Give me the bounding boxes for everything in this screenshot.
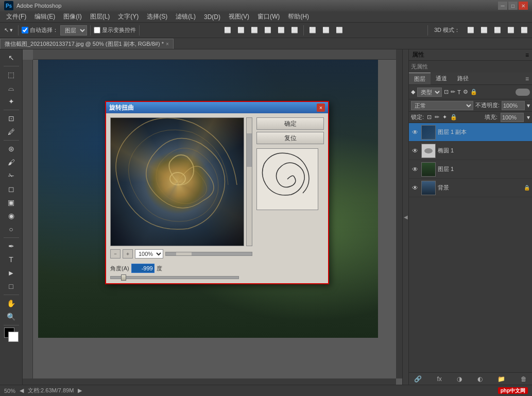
twirl-close-button[interactable]: × — [317, 104, 325, 112]
menu-image[interactable]: 图像(I) — [59, 11, 85, 22]
opacity-input[interactable] — [502, 101, 525, 110]
angle-slider-track[interactable] — [110, 276, 239, 279]
canvas-scrollbar-vertical[interactable] — [396, 49, 402, 378]
auto-select-checkbox[interactable] — [22, 27, 28, 33]
blend-mode-select[interactable]: 正常 溶解 正片叠底 — [411, 101, 473, 110]
align-middle[interactable]: ⬜ — [276, 25, 287, 36]
menu-text[interactable]: 文字(Y) — [114, 11, 143, 22]
marquee-tool[interactable]: ⬚ — [4, 68, 19, 81]
zoom-tool[interactable]: 🔍 — [4, 311, 19, 323]
distribute-right[interactable]: ⬜ — [334, 25, 345, 36]
3d-icon-2[interactable]: ⬜ — [478, 26, 490, 35]
eraser-tool[interactable]: ◻ — [4, 183, 19, 195]
3d-icon-4[interactable]: ⬜ — [505, 26, 517, 35]
menu-filter[interactable]: 滤镜(L) — [171, 11, 200, 22]
color-swatch[interactable] — [4, 328, 19, 342]
layer-adjustment-button[interactable]: ◐ — [475, 374, 485, 384]
app-close-button[interactable]: ✕ — [519, 2, 528, 10]
auto-select-dropdown[interactable]: 图层 — [60, 25, 87, 36]
preview-zoom-select[interactable]: 100% 50% 200% — [135, 249, 163, 259]
align-left[interactable]: ⬜ — [222, 25, 233, 36]
tool-arrow[interactable]: ↖ ▾ — [2, 26, 15, 35]
3d-icon-5[interactable]: ⬜ — [519, 26, 530, 35]
menu-select[interactable]: 选择(S) — [143, 11, 171, 22]
layer-item-layer1[interactable]: 👁 图层 1 — [409, 160, 532, 179]
hand-tool[interactable]: ✋ — [4, 297, 19, 309]
filter-icon-1[interactable]: ⊡ — [444, 89, 449, 95]
layer-mask-button[interactable]: ◑ — [455, 374, 464, 384]
lock-check-icon[interactable]: ⊡ — [427, 114, 432, 120]
align-right[interactable]: ⬜ — [249, 25, 260, 36]
dodge-tool[interactable]: ○ — [4, 223, 19, 235]
align-center[interactable]: ⬜ — [235, 25, 247, 36]
menu-layer[interactable]: 图层(L) — [86, 11, 114, 22]
magic-wand-tool[interactable]: ✦ — [4, 95, 19, 108]
3d-icon-3[interactable]: ⬜ — [492, 26, 503, 35]
filter-icon-4[interactable]: ⚙ — [463, 89, 468, 95]
preview-scrollbar-vertical[interactable] — [246, 117, 252, 246]
angle-slider-thumb[interactable] — [121, 274, 126, 281]
text-tool[interactable]: T — [4, 253, 19, 266]
distribute-left[interactable]: ⬜ — [307, 25, 318, 36]
menu-edit[interactable]: 编辑(E) — [30, 11, 59, 22]
filter-icon-3[interactable]: T — [457, 89, 461, 95]
move-tool[interactable]: ↖ — [4, 51, 19, 64]
layer-type-filter[interactable]: 类型 名称 — [417, 88, 442, 97]
panel-toggle[interactable]: ◀ — [402, 49, 408, 385]
layer-item-copy[interactable]: 👁 图层 1 副本 — [409, 123, 532, 142]
twirl-ok-button[interactable]: 确定 — [256, 117, 324, 130]
filter-icon-2[interactable]: ✏ — [451, 89, 455, 95]
layer-eye-ellipse[interactable]: 👁 — [411, 147, 419, 155]
status-arrow-left[interactable]: ◀ — [20, 387, 24, 394]
healing-brush[interactable]: ⊛ — [4, 143, 19, 155]
layer-item-bg[interactable]: 👁 背景 🔒 — [409, 179, 532, 197]
layer-group-button[interactable]: 📁 — [495, 374, 507, 384]
maximize-button[interactable]: □ — [508, 2, 518, 10]
layer-delete-button[interactable]: 🗑 — [519, 374, 529, 384]
align-bottom[interactable]: ⬜ — [289, 25, 300, 36]
background-color[interactable] — [8, 332, 19, 342]
brush-tool[interactable]: 🖌 — [4, 156, 19, 168]
fill-dropdown[interactable]: ▾ — [527, 114, 530, 121]
twirl-reset-button[interactable]: 复位 — [256, 132, 324, 144]
menu-window[interactable]: 窗口(W) — [253, 11, 284, 22]
preview-scrollbar-horizontal[interactable] — [165, 252, 252, 256]
filter-toggle[interactable] — [516, 89, 530, 96]
layer-eye-copy[interactable]: 👁 — [411, 128, 419, 136]
tab-layers[interactable]: 图层 — [409, 73, 431, 84]
distribute-center[interactable]: ⬜ — [320, 25, 332, 36]
layer-fx-button[interactable]: fx — [435, 374, 444, 384]
tab-paths[interactable]: 路径 — [452, 73, 474, 84]
fill-input[interactable] — [501, 113, 524, 122]
show-transform-checkbox[interactable] — [94, 27, 100, 33]
menu-3d[interactable]: 3D(D) — [200, 12, 225, 22]
eyedropper-tool[interactable]: 🖉 — [4, 126, 19, 138]
zoom-out-button[interactable]: － — [110, 249, 121, 259]
pen-tool[interactable]: ✒ — [4, 240, 19, 252]
tab-close-button[interactable]: × — [166, 41, 169, 47]
menu-file[interactable]: 文件(F) — [2, 11, 30, 22]
menu-view[interactable]: 视图(V) — [225, 11, 253, 22]
opacity-dropdown[interactable]: ▾ — [527, 102, 530, 109]
lock-all-icon[interactable]: 🔒 — [450, 114, 457, 120]
angle-input[interactable] — [131, 264, 155, 273]
tab-channels[interactable]: 通道 — [431, 73, 452, 84]
scrollbar-thumb-v[interactable] — [247, 133, 252, 167]
gradient-tool[interactable]: ▣ — [4, 196, 19, 209]
crop-tool[interactable]: ⊡ — [4, 112, 19, 125]
clone-tool[interactable]: ✁ — [4, 169, 19, 182]
minimize-button[interactable]: ─ — [498, 2, 507, 10]
shape-tool[interactable]: □ — [4, 280, 19, 292]
properties-menu-icon[interactable]: ≡ — [525, 51, 529, 59]
lock-brush-icon[interactable]: ✏ — [435, 114, 439, 120]
filter-icon-5[interactable]: 🔒 — [470, 89, 477, 95]
layers-panel-menu[interactable]: ≡ — [522, 75, 532, 82]
layer-item-ellipse[interactable]: 👁 椭圆 1 — [409, 142, 532, 160]
path-select[interactable]: ► — [4, 267, 19, 279]
canvas-scrollbar-horizontal[interactable] — [23, 378, 396, 385]
layer-link-button[interactable]: 🔗 — [412, 374, 424, 384]
document-tab[interactable]: 微信截图_20210820133717.jpg @ 50% (图层1 副本, R… — [0, 39, 174, 49]
status-arrow-right[interactable]: ▶ — [78, 387, 82, 394]
layer-eye-bg[interactable]: 👁 — [411, 184, 419, 192]
3d-icon-1[interactable]: ⬜ — [465, 26, 476, 35]
